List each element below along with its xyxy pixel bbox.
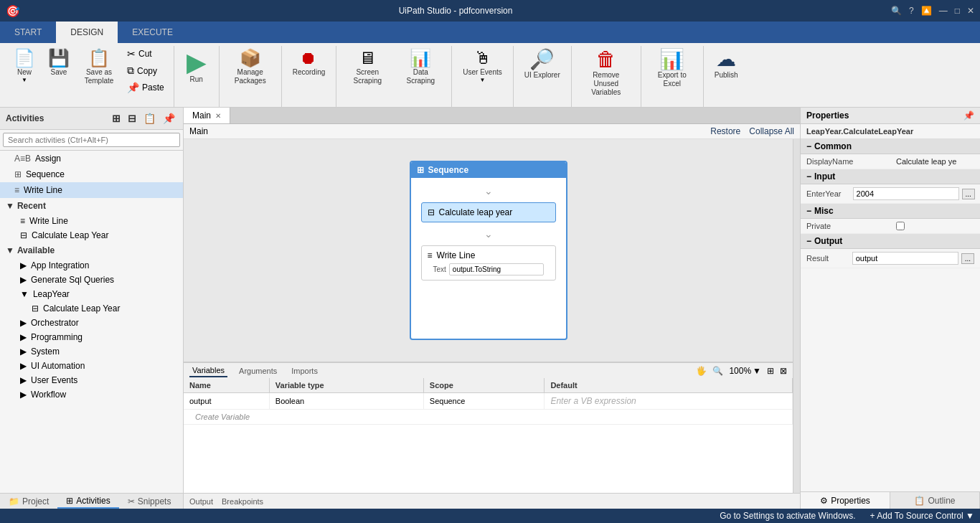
variables-tab[interactable]: Variables xyxy=(189,364,227,377)
properties-tab-icon: ⚙ xyxy=(820,496,828,506)
help-icon[interactable]: ? xyxy=(909,6,914,16)
activity-sequence[interactable]: ⊞ Sequence xyxy=(0,166,183,182)
fit-icon[interactable]: ⊞ xyxy=(767,366,774,376)
new-icon: 📄 xyxy=(14,50,35,67)
displayname-label: DisplayName xyxy=(801,154,890,169)
tab-design[interactable]: DESIGN xyxy=(56,22,118,43)
calc-leapyear-sub[interactable]: ⊟ Calculate Leap Year xyxy=(0,301,183,316)
text-field-value[interactable]: output.ToString xyxy=(449,263,544,275)
hand-icon[interactable]: 🖐 xyxy=(696,366,707,376)
arguments-tab[interactable]: Arguments xyxy=(236,365,280,377)
restore-button[interactable]: Restore xyxy=(710,126,740,136)
result-label: Result xyxy=(801,251,847,265)
section-recent[interactable]: ▼ Recent xyxy=(0,198,183,214)
publish-icon: ☁ xyxy=(716,50,736,70)
activity-assign[interactable]: A≡B Assign xyxy=(0,151,183,166)
maximize-icon[interactable]: □ xyxy=(955,6,960,16)
activity-write-line[interactable]: ≡ Write Line xyxy=(0,182,183,198)
props-pin-icon[interactable]: 📌 xyxy=(963,110,974,121)
breakpoints-tab[interactable]: Breakpoints xyxy=(222,497,263,506)
generate-sql-item[interactable]: ▶ Generate Sql Queries xyxy=(0,273,183,287)
pin-icon[interactable]: 📌 xyxy=(161,110,177,126)
props-section-output[interactable]: − Output xyxy=(801,234,980,249)
activities-tab[interactable]: ⊞ Activities xyxy=(57,494,118,509)
new-button[interactable]: 📄 New ▼ xyxy=(9,46,40,87)
user-events-item[interactable]: ▶ User Events xyxy=(0,373,183,387)
props-section-common[interactable]: − Common xyxy=(801,139,980,154)
section-available[interactable]: ▼ Available xyxy=(0,242,183,258)
panel-header-icons: ⊞ ⊟ 📋 📌 xyxy=(110,110,177,126)
props-section-input[interactable]: − Input xyxy=(801,169,980,184)
paste-button[interactable]: 📌 Paste xyxy=(123,80,168,95)
publish-button[interactable]: ☁ Publish xyxy=(710,46,743,83)
user-events-button[interactable]: 🖱 User Events ▼ xyxy=(458,46,507,87)
output-bar: Output Breakpoints xyxy=(184,493,800,509)
outline-tab-btn[interactable]: 📋 Outline xyxy=(890,492,980,509)
restore-up-icon[interactable]: 🔼 xyxy=(921,6,932,16)
zoom-select[interactable]: 100% ▼ xyxy=(729,366,761,376)
var-default[interactable]: Enter a VB expression xyxy=(545,393,793,410)
displayname-value: Calculate leap ye xyxy=(890,154,980,169)
create-var-row[interactable]: Create Variable xyxy=(184,410,793,425)
expand-icon[interactable]: ⊠ xyxy=(780,366,787,376)
main-tab-close[interactable]: ✕ xyxy=(215,112,221,120)
main-tab[interactable]: Main ✕ xyxy=(184,108,230,123)
canvas-area[interactable]: ⊞ Sequence ⌄ ⊟ Calculate leap year ⌄ xyxy=(184,139,793,362)
cut-label: Cut xyxy=(138,49,152,59)
add-source-control[interactable]: + Add To Source Control ▼ xyxy=(870,511,974,521)
recent-calc-leap[interactable]: ⊟ Calculate Leap Year xyxy=(0,228,183,242)
private-checkbox[interactable] xyxy=(896,222,905,230)
close-icon[interactable]: ✕ xyxy=(967,6,974,16)
write-line-block[interactable]: ≡ Write Line Text output.ToString xyxy=(421,245,556,281)
search-input[interactable] xyxy=(3,133,180,147)
export-excel-button[interactable]: 📊 Export to Excel xyxy=(647,46,697,92)
ribbon-group-variables: 🗑 Remove Unused Variables xyxy=(572,46,641,107)
output-tab[interactable]: Output xyxy=(189,497,213,506)
remove-unused-vars-button[interactable]: 🗑 Remove Unused Variables xyxy=(578,46,635,100)
run-button[interactable]: ▶ Run xyxy=(180,46,213,87)
orchestrator-item[interactable]: ▶ Orchestrator xyxy=(0,316,183,330)
var-row-output[interactable]: output Boolean Sequence Enter a VB expre… xyxy=(184,393,793,410)
recording-button[interactable]: ⏺ Recording xyxy=(288,46,331,80)
canvas-scrollbar[interactable] xyxy=(793,139,800,493)
manage-packages-button[interactable]: 📦 Manage Packages xyxy=(225,46,275,89)
enteryear-input[interactable] xyxy=(853,187,959,200)
collapse-all-icon[interactable]: ⊟ xyxy=(126,110,138,126)
ui-automation-item[interactable]: ▶ UI Automation xyxy=(0,359,183,373)
ui-automation-arrow: ▶ xyxy=(20,361,27,371)
zoom-dropdown-icon[interactable]: ▼ xyxy=(753,366,761,376)
ui-explorer-button[interactable]: 🔎 UI Explorer xyxy=(519,46,565,83)
workflow-item[interactable]: ▶ Workflow xyxy=(0,387,183,402)
data-scraping-button[interactable]: 📊 Data Scraping xyxy=(395,46,446,89)
app-integration-item[interactable]: ▶ App Integration xyxy=(0,258,183,273)
save-button[interactable]: 💾 Save xyxy=(43,46,75,80)
sort-icon[interactable]: 📋 xyxy=(141,110,158,126)
search-var-icon[interactable]: 🔍 xyxy=(712,366,723,376)
properties-tab-btn[interactable]: ⚙ Properties xyxy=(801,492,890,509)
imports-tab[interactable]: Imports xyxy=(288,365,321,377)
create-variable-label[interactable]: Create Variable xyxy=(189,410,255,424)
orchestrator-arrow: ▶ xyxy=(20,318,27,328)
leapyear-item[interactable]: ▼ LeapYear xyxy=(0,287,183,301)
save-as-template-button[interactable]: 📋 Save as Template xyxy=(77,46,121,89)
collapse-all-button[interactable]: Collapse All xyxy=(749,126,794,136)
result-ellipsis-btn[interactable]: ... xyxy=(961,253,974,264)
props-section-misc[interactable]: − Misc xyxy=(801,204,980,219)
calc-leap-block[interactable]: ⊟ Calculate leap year xyxy=(421,202,556,222)
expand-all-icon[interactable]: ⊞ xyxy=(110,110,123,126)
screen-scraping-button[interactable]: 🖥 Screen Scraping xyxy=(342,46,392,89)
minimize-icon[interactable]: — xyxy=(939,6,948,16)
result-input[interactable] xyxy=(852,252,958,265)
recent-write-line[interactable]: ≡ Write Line xyxy=(0,214,183,228)
system-item[interactable]: ▶ System xyxy=(0,344,183,359)
snippets-tab[interactable]: ✂ Snippets xyxy=(119,495,180,508)
copy-button[interactable]: ⧉ Copy xyxy=(123,62,168,79)
enteryear-ellipsis-btn[interactable]: ... xyxy=(962,189,975,199)
misc-label: Misc xyxy=(814,206,834,216)
cut-button[interactable]: ✂ Cut xyxy=(123,46,168,62)
tab-start[interactable]: START xyxy=(0,22,56,43)
project-tab[interactable]: 📁 Project xyxy=(0,495,57,508)
search-icon[interactable]: 🔍 xyxy=(891,6,902,16)
programming-item[interactable]: ▶ Programming xyxy=(0,330,183,344)
tab-execute[interactable]: EXECUTE xyxy=(118,22,187,43)
